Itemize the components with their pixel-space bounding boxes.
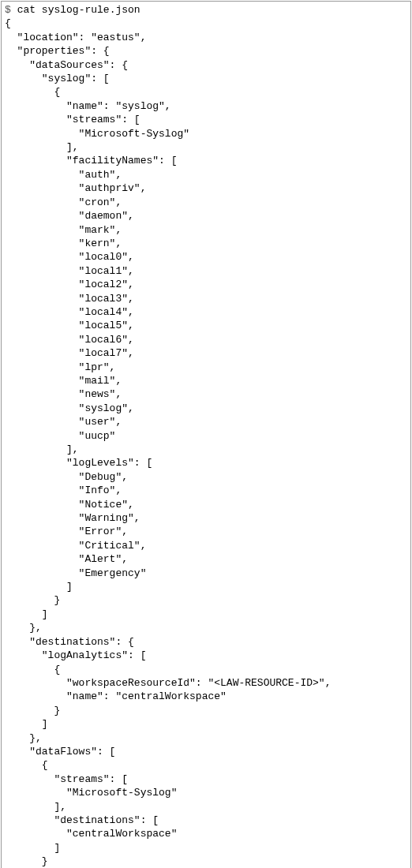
- json-output: { "location": "eastus", "properties": { …: [5, 17, 331, 868]
- terminal-output: $ cat syslog-rule.json { "location": "ea…: [1, 1, 411, 868]
- shell-prompt: $: [5, 4, 11, 16]
- command-text: cat syslog-rule.json: [17, 4, 140, 16]
